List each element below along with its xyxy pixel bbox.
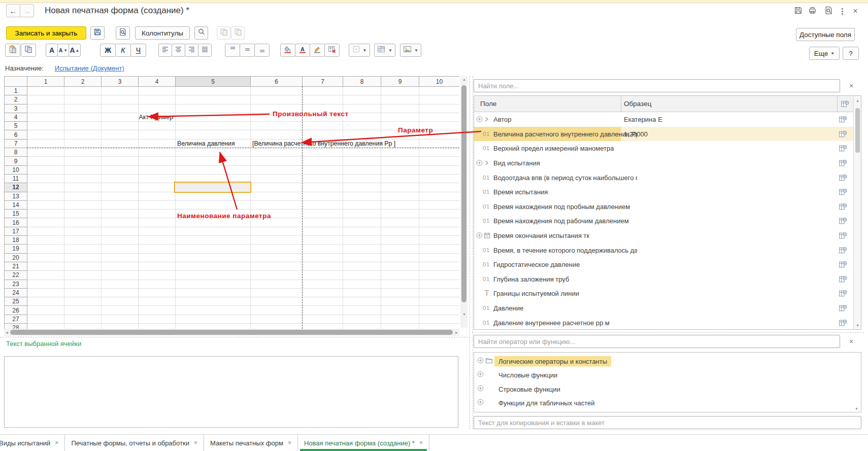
insert-field-icon[interactable] (839, 129, 847, 138)
grid-cell[interactable] (64, 262, 102, 270)
row-header-5[interactable]: 5 (5, 122, 27, 130)
grid-cell[interactable] (251, 87, 303, 95)
grid-cell[interactable] (419, 297, 460, 306)
grid-cell[interactable] (102, 210, 139, 218)
operator-group-row[interactable]: Числовые функции (474, 368, 861, 383)
picture-dropdown-button[interactable]: ▼ (400, 44, 421, 57)
column-header-2[interactable]: 2 (64, 77, 102, 87)
grid-cell[interactable] (139, 245, 176, 253)
grid-cell[interactable] (27, 218, 64, 227)
expand-plus-icon[interactable] (477, 398, 484, 407)
grid-cell[interactable] (102, 113, 139, 121)
column-header-sample[interactable]: Образец (624, 100, 651, 108)
grid-cell[interactable] (419, 157, 460, 165)
grid-cell[interactable] (176, 183, 251, 192)
insert-field-icon[interactable] (839, 144, 847, 153)
grid-cell[interactable] (303, 157, 343, 165)
grid-cell[interactable] (343, 200, 381, 209)
grid-cell[interactable] (419, 174, 460, 183)
grid-cell[interactable] (102, 148, 139, 157)
grid-cell[interactable] (343, 324, 381, 329)
grid-cell[interactable] (139, 122, 176, 130)
grid-cell[interactable] (102, 165, 139, 174)
grid-cell[interactable] (27, 262, 64, 270)
grid-cell[interactable] (27, 174, 64, 183)
grid-cell[interactable] (176, 315, 251, 323)
row-header-28[interactable]: 28 (5, 324, 27, 329)
grid-cell[interactable] (303, 95, 343, 104)
font-button[interactable]: А (46, 44, 58, 57)
grid-cell[interactable] (303, 87, 343, 95)
grid-cell[interactable] (381, 280, 419, 288)
grid-cell[interactable] (27, 130, 64, 139)
italic-button[interactable]: К (115, 44, 131, 57)
insert-field-icon[interactable] (839, 274, 847, 283)
scroll-left-icon[interactable]: ◄ (5, 331, 9, 335)
scroll-down-icon[interactable]: ▼ (462, 313, 466, 317)
grid-cell[interactable] (381, 288, 419, 297)
insert-field-icon[interactable] (839, 188, 847, 196)
grid-cell[interactable] (381, 271, 419, 280)
row-header-2[interactable]: 2 (5, 95, 27, 104)
insert-field-icon[interactable] (839, 115, 847, 124)
grid-cell[interactable] (251, 95, 303, 104)
print-preview-button[interactable] (116, 26, 130, 40)
grid-cell[interactable] (139, 192, 176, 200)
grid-cell[interactable] (102, 236, 139, 245)
grid-cell[interactable] (176, 122, 251, 130)
align-right-button[interactable] (185, 44, 198, 57)
grid-cell[interactable] (139, 130, 176, 139)
grid-cell[interactable] (64, 139, 102, 148)
row-header-21[interactable]: 21 (5, 262, 27, 270)
grid-cell[interactable] (64, 227, 102, 235)
grid-cell[interactable] (102, 174, 139, 183)
column-header-5[interactable]: 5 (176, 77, 251, 87)
align-justify-button[interactable] (198, 44, 212, 57)
bold-button[interactable]: Ж (100, 44, 116, 57)
operator-search-close-icon[interactable]: × (846, 336, 857, 347)
operator-group-row[interactable]: Строковые функции (474, 382, 861, 396)
grid-cell[interactable] (343, 306, 381, 315)
grid-cell[interactable] (27, 297, 64, 306)
grid-cell[interactable] (139, 262, 176, 270)
grid-cell[interactable] (381, 130, 419, 139)
grid-cell[interactable] (251, 113, 303, 121)
grid-cell[interactable] (381, 218, 419, 227)
grid-cell[interactable] (343, 157, 381, 165)
row-header-25[interactable]: 25 (5, 297, 27, 306)
expand-plus-icon[interactable] (477, 357, 484, 366)
grid-cell[interactable] (27, 157, 64, 165)
grid-cell[interactable] (251, 297, 303, 306)
font-color-button[interactable]: А (295, 44, 310, 57)
more-button[interactable]: Еще▼ (809, 47, 840, 60)
grid-cell[interactable] (176, 210, 251, 218)
insert-field-icon[interactable] (839, 202, 847, 211)
close-button[interactable]: × (850, 6, 861, 17)
grid-cell[interactable] (64, 174, 102, 183)
grid-cell[interactable] (343, 253, 381, 262)
grid-cell[interactable] (27, 210, 64, 218)
row-header-20[interactable]: 20 (5, 253, 27, 262)
grid-cell[interactable] (251, 218, 303, 227)
row-header-23[interactable]: 23 (5, 280, 27, 288)
cell-text-editor[interactable] (4, 356, 458, 428)
grid-cell[interactable] (343, 148, 381, 157)
scroll-up-icon[interactable]: ▲ (856, 99, 859, 103)
grid-cell[interactable] (251, 315, 303, 323)
insert-field-icon[interactable] (839, 318, 847, 327)
grid-cell[interactable] (64, 236, 102, 245)
grid-cell[interactable] (139, 210, 176, 218)
column-header-8[interactable]: 8 (343, 77, 381, 87)
scroll-down-icon[interactable]: ▼ (856, 324, 859, 328)
grid-cell[interactable] (419, 113, 460, 121)
grid-cell[interactable] (176, 104, 251, 113)
row-header-4[interactable]: 4 (5, 113, 27, 121)
grid-cell[interactable] (343, 104, 381, 113)
grid-cell[interactable] (419, 104, 460, 113)
grid-cell[interactable] (139, 253, 176, 262)
grid-cell[interactable] (381, 245, 419, 253)
grid-cell[interactable] (381, 165, 419, 174)
grid-cell[interactable] (102, 157, 139, 165)
grid-cell[interactable] (176, 280, 251, 288)
grid-cell[interactable] (419, 324, 460, 329)
